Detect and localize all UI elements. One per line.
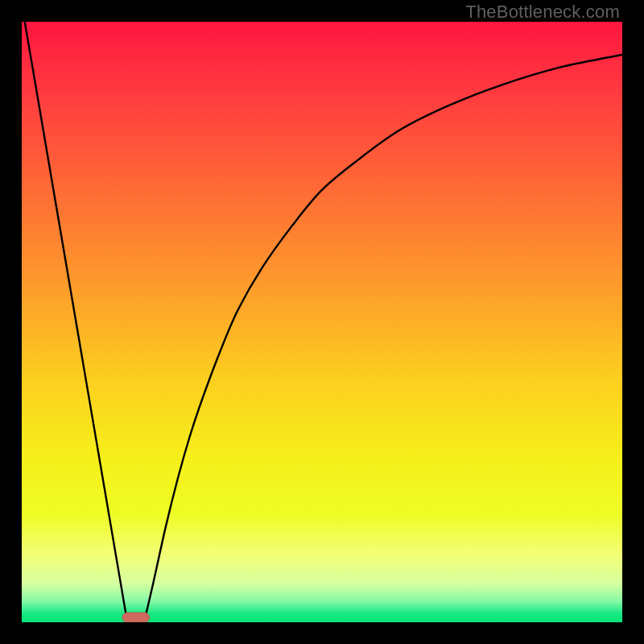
min-marker [122,613,150,622]
chart-svg [22,22,622,622]
watermark-text: TheBottleneck.com [465,2,620,23]
plot-area [22,22,622,622]
chart-frame: TheBottleneck.com [0,0,644,644]
